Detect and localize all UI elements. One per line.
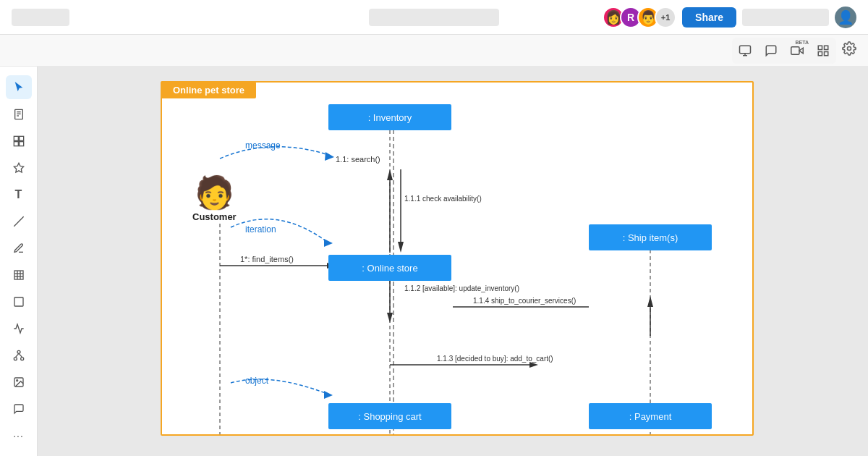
sidebar-tool-text[interactable]: T: [6, 182, 32, 206]
payment-box: : Payment: [589, 403, 712, 429]
sidebar-tool-more[interactable]: ···: [6, 423, 32, 447]
svg-line-19: [14, 216, 23, 226]
secondary-toolbar: BETA: [0, 35, 868, 67]
customer-emoji: 🧑: [195, 177, 234, 208]
layout-icon[interactable]: [812, 40, 835, 62]
svg-rect-4: [791, 46, 799, 54]
sidebar-tool-network[interactable]: [6, 343, 32, 367]
svg-line-29: [15, 353, 19, 357]
svg-rect-14: [14, 136, 18, 140]
topbar-center: [369, 9, 499, 26]
avatar-self: 👤: [835, 7, 856, 28]
svg-point-28: [20, 357, 23, 360]
share-button[interactable]: Share: [682, 7, 736, 28]
sidebar-tool-document[interactable]: [6, 102, 32, 126]
topbar: 👩 R 👨 +1 Share 👤: [0, 0, 868, 35]
settings-icon[interactable]: [842, 41, 856, 59]
svg-rect-15: [19, 136, 23, 140]
search-label: 1.1: search(): [336, 155, 380, 164]
monitor-icon[interactable]: [733, 40, 757, 62]
decided-buy-label: 1.1.3 [decided to buy]: add_to_cart(): [437, 354, 553, 364]
sidebar-tool-embed[interactable]: [6, 397, 32, 421]
customer-actor: 🧑 Customer: [192, 177, 237, 222]
topbar-left: [12, 9, 69, 26]
svg-rect-17: [19, 141, 23, 145]
avatar-plus-badge: +1: [655, 7, 676, 28]
object-label: object: [245, 376, 268, 386]
svg-marker-42: [398, 242, 404, 253]
svg-point-27: [14, 357, 17, 360]
svg-rect-7: [825, 51, 828, 55]
topbar-title-pill[interactable]: [369, 9, 499, 26]
svg-rect-20: [14, 271, 23, 279]
find-items-label: 1*: find_items(): [240, 255, 294, 263]
svg-point-32: [16, 379, 17, 381]
svg-rect-8: [818, 51, 822, 55]
sidebar-tool-star[interactable]: [6, 156, 32, 180]
sidebar-tool-cursor[interactable]: [6, 75, 32, 99]
svg-rect-6: [825, 46, 828, 49]
update-inv-label: 1.1.2 [available]: update_inventory(): [404, 284, 519, 294]
online-store-box: : Online store: [328, 255, 451, 281]
left-sidebar: T ···: [0, 67, 38, 456]
sidebar-tool-table[interactable]: [6, 263, 32, 287]
sidebar-tool-line[interactable]: [6, 209, 32, 233]
topbar-right-pill[interactable]: [742, 9, 829, 26]
canvas-area[interactable]: Online pet store: [38, 67, 868, 456]
ship-items-box: : Ship item(s): [589, 224, 712, 250]
chat-icon[interactable]: [760, 40, 783, 62]
svg-marker-45: [647, 296, 653, 307]
topbar-right: 👩 R 👨 +1 Share 👤: [603, 7, 856, 28]
video-icon[interactable]: BETA: [786, 40, 809, 62]
toolbar-icon-group: BETA: [732, 38, 836, 64]
iteration-label: iteration: [245, 224, 276, 235]
sidebar-tool-chart[interactable]: [6, 316, 32, 340]
svg-point-26: [17, 350, 20, 353]
check-avail-label: 1.1.1 check availability(): [404, 195, 482, 203]
message-label: message: [245, 140, 281, 151]
main-layout: T ··· Online pet store: [0, 67, 868, 456]
svg-marker-52: [324, 391, 333, 399]
svg-marker-40: [387, 169, 393, 180]
ship-courier-label: 1.1.4 ship_to_courier_services(): [473, 297, 576, 305]
svg-marker-18: [14, 163, 23, 172]
sidebar-tool-pen[interactable]: [6, 236, 32, 260]
svg-line-30: [19, 353, 22, 357]
svg-marker-47: [387, 313, 393, 323]
topbar-menu-pill[interactable]: [12, 9, 69, 26]
sidebar-tool-sticky[interactable]: [6, 290, 32, 313]
svg-point-9: [848, 47, 851, 51]
svg-rect-0: [740, 46, 751, 54]
inventory-box: : Inventory: [328, 104, 451, 130]
svg-marker-51: [324, 239, 333, 247]
frame-title: Online pet store: [161, 82, 256, 98]
svg-marker-3: [799, 48, 803, 54]
diagram-frame: Online pet store: [161, 81, 754, 436]
beta-label: BETA: [795, 40, 809, 45]
shopping-cart-box: : Shopping cart: [328, 403, 451, 429]
svg-marker-50: [325, 152, 334, 161]
svg-rect-5: [818, 46, 822, 49]
svg-rect-25: [14, 297, 23, 306]
svg-rect-16: [14, 141, 18, 145]
avatar-group: 👩 R 👨 +1: [603, 7, 676, 28]
customer-label: Customer: [192, 211, 237, 222]
sidebar-tool-shapes[interactable]: [6, 129, 32, 153]
sidebar-tool-image[interactable]: [6, 370, 32, 394]
